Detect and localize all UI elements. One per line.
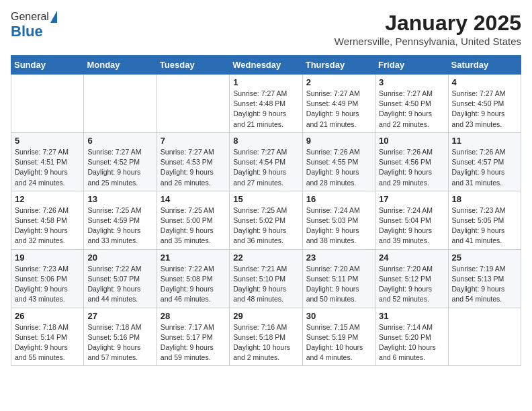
day-info: Sunrise: 7:16 AM Sunset: 5:18 PM Dayligh… bbox=[233, 322, 298, 363]
calendar-day-cell bbox=[84, 75, 157, 133]
day-number: 22 bbox=[233, 253, 298, 263]
day-number: 25 bbox=[452, 253, 517, 263]
day-number: 1 bbox=[233, 77, 298, 87]
day-info: Sunrise: 7:14 AM Sunset: 5:20 PM Dayligh… bbox=[379, 322, 444, 363]
calendar-day-cell: 5Sunrise: 7:27 AM Sunset: 4:51 PM Daylig… bbox=[11, 132, 84, 191]
day-info: Sunrise: 7:22 AM Sunset: 5:08 PM Dayligh… bbox=[161, 264, 226, 305]
day-number: 9 bbox=[306, 136, 371, 146]
day-info: Sunrise: 7:27 AM Sunset: 4:51 PM Dayligh… bbox=[15, 147, 80, 188]
logo-triangle-icon bbox=[50, 11, 57, 23]
day-number: 24 bbox=[379, 253, 444, 263]
calendar-day-cell: 21Sunrise: 7:22 AM Sunset: 5:08 PM Dayli… bbox=[157, 249, 229, 308]
day-info: Sunrise: 7:20 AM Sunset: 5:12 PM Dayligh… bbox=[379, 264, 444, 305]
calendar-day-cell: 24Sunrise: 7:20 AM Sunset: 5:12 PM Dayli… bbox=[375, 249, 448, 308]
logo: General Blue bbox=[11, 11, 57, 40]
day-info: Sunrise: 7:27 AM Sunset: 4:54 PM Dayligh… bbox=[233, 147, 298, 188]
title-block: January 2025 Wernersville, Pennsylvania,… bbox=[335, 11, 521, 47]
day-number: 20 bbox=[87, 253, 152, 263]
day-info: Sunrise: 7:27 AM Sunset: 4:49 PM Dayligh… bbox=[306, 89, 371, 130]
calendar-day-cell: 3Sunrise: 7:27 AM Sunset: 4:50 PM Daylig… bbox=[375, 75, 448, 133]
day-number: 21 bbox=[161, 253, 226, 263]
day-number: 7 bbox=[161, 136, 226, 146]
day-info: Sunrise: 7:20 AM Sunset: 5:11 PM Dayligh… bbox=[306, 264, 371, 305]
calendar-week-row: 26Sunrise: 7:18 AM Sunset: 5:14 PM Dayli… bbox=[11, 308, 521, 366]
calendar-day-cell: 9Sunrise: 7:26 AM Sunset: 4:55 PM Daylig… bbox=[302, 132, 375, 191]
day-number: 2 bbox=[306, 77, 371, 87]
day-info: Sunrise: 7:15 AM Sunset: 5:19 PM Dayligh… bbox=[306, 322, 371, 363]
calendar-day-cell: 11Sunrise: 7:26 AM Sunset: 4:57 PM Dayli… bbox=[448, 132, 521, 191]
calendar-day-cell: 14Sunrise: 7:25 AM Sunset: 5:00 PM Dayli… bbox=[157, 191, 229, 249]
day-number: 8 bbox=[233, 136, 298, 146]
day-number: 13 bbox=[87, 194, 152, 204]
calendar-week-row: 19Sunrise: 7:23 AM Sunset: 5:06 PM Dayli… bbox=[11, 249, 521, 308]
weekday-header-cell: Wednesday bbox=[230, 56, 302, 75]
calendar-day-cell bbox=[11, 75, 84, 133]
day-number: 14 bbox=[161, 194, 226, 204]
day-info: Sunrise: 7:22 AM Sunset: 5:07 PM Dayligh… bbox=[87, 264, 152, 305]
weekday-header-cell: Saturday bbox=[448, 56, 521, 75]
calendar-day-cell: 26Sunrise: 7:18 AM Sunset: 5:14 PM Dayli… bbox=[11, 308, 84, 366]
logo-blue-text: Blue bbox=[11, 23, 43, 40]
day-info: Sunrise: 7:19 AM Sunset: 5:13 PM Dayligh… bbox=[452, 264, 517, 305]
logo-general-text: General bbox=[11, 11, 49, 23]
calendar-day-cell: 20Sunrise: 7:22 AM Sunset: 5:07 PM Dayli… bbox=[84, 249, 157, 308]
day-info: Sunrise: 7:25 AM Sunset: 5:02 PM Dayligh… bbox=[233, 205, 298, 246]
calendar-day-cell: 16Sunrise: 7:24 AM Sunset: 5:03 PM Dayli… bbox=[302, 191, 375, 249]
day-info: Sunrise: 7:23 AM Sunset: 5:05 PM Dayligh… bbox=[452, 205, 517, 246]
day-number: 23 bbox=[306, 253, 371, 263]
day-number: 5 bbox=[15, 136, 80, 146]
calendar-day-cell: 30Sunrise: 7:15 AM Sunset: 5:19 PM Dayli… bbox=[302, 308, 375, 366]
weekday-header-cell: Friday bbox=[375, 56, 448, 75]
day-info: Sunrise: 7:27 AM Sunset: 4:50 PM Dayligh… bbox=[379, 89, 444, 130]
day-number: 6 bbox=[87, 136, 152, 146]
calendar-day-cell: 2Sunrise: 7:27 AM Sunset: 4:49 PM Daylig… bbox=[302, 75, 375, 133]
day-info: Sunrise: 7:26 AM Sunset: 4:55 PM Dayligh… bbox=[306, 147, 371, 188]
calendar-day-cell: 27Sunrise: 7:18 AM Sunset: 5:16 PM Dayli… bbox=[84, 308, 157, 366]
month-title: January 2025 bbox=[335, 11, 521, 36]
day-number: 29 bbox=[233, 311, 298, 321]
day-number: 17 bbox=[379, 194, 444, 204]
calendar-day-cell: 13Sunrise: 7:25 AM Sunset: 4:59 PM Dayli… bbox=[84, 191, 157, 249]
day-info: Sunrise: 7:27 AM Sunset: 4:53 PM Dayligh… bbox=[161, 147, 226, 188]
calendar-day-cell bbox=[448, 308, 521, 366]
calendar-day-cell: 29Sunrise: 7:16 AM Sunset: 5:18 PM Dayli… bbox=[230, 308, 302, 366]
calendar-day-cell: 10Sunrise: 7:26 AM Sunset: 4:56 PM Dayli… bbox=[375, 132, 448, 191]
calendar-day-cell: 28Sunrise: 7:17 AM Sunset: 5:17 PM Dayli… bbox=[157, 308, 229, 366]
day-info: Sunrise: 7:17 AM Sunset: 5:17 PM Dayligh… bbox=[161, 322, 226, 363]
calendar-day-cell: 22Sunrise: 7:21 AM Sunset: 5:10 PM Dayli… bbox=[230, 249, 302, 308]
day-info: Sunrise: 7:25 AM Sunset: 4:59 PM Dayligh… bbox=[87, 205, 152, 246]
day-number: 16 bbox=[306, 194, 371, 204]
calendar-day-cell: 8Sunrise: 7:27 AM Sunset: 4:54 PM Daylig… bbox=[230, 132, 302, 191]
day-info: Sunrise: 7:18 AM Sunset: 5:16 PM Dayligh… bbox=[87, 322, 152, 363]
calendar-day-cell: 15Sunrise: 7:25 AM Sunset: 5:02 PM Dayli… bbox=[230, 191, 302, 249]
day-number: 31 bbox=[379, 311, 444, 321]
calendar-day-cell: 17Sunrise: 7:24 AM Sunset: 5:04 PM Dayli… bbox=[375, 191, 448, 249]
calendar-week-row: 5Sunrise: 7:27 AM Sunset: 4:51 PM Daylig… bbox=[11, 132, 521, 191]
day-number: 11 bbox=[452, 136, 517, 146]
weekday-header-cell: Sunday bbox=[11, 56, 84, 75]
day-number: 19 bbox=[15, 253, 80, 263]
weekday-header-row: SundayMondayTuesdayWednesdayThursdayFrid… bbox=[11, 56, 521, 75]
day-info: Sunrise: 7:27 AM Sunset: 4:48 PM Dayligh… bbox=[233, 89, 298, 130]
weekday-header-cell: Tuesday bbox=[157, 56, 229, 75]
calendar-day-cell: 19Sunrise: 7:23 AM Sunset: 5:06 PM Dayli… bbox=[11, 249, 84, 308]
weekday-header-cell: Thursday bbox=[302, 56, 375, 75]
calendar-day-cell: 12Sunrise: 7:26 AM Sunset: 4:58 PM Dayli… bbox=[11, 191, 84, 249]
calendar-table: SundayMondayTuesdayWednesdayThursdayFrid… bbox=[11, 55, 521, 366]
calendar-day-cell: 6Sunrise: 7:27 AM Sunset: 4:52 PM Daylig… bbox=[84, 132, 157, 191]
day-number: 26 bbox=[15, 311, 80, 321]
calendar-week-row: 12Sunrise: 7:26 AM Sunset: 4:58 PM Dayli… bbox=[11, 191, 521, 249]
page-header: General Blue January 2025 Wernersville, … bbox=[11, 11, 521, 47]
day-info: Sunrise: 7:18 AM Sunset: 5:14 PM Dayligh… bbox=[15, 322, 80, 363]
calendar-day-cell: 23Sunrise: 7:20 AM Sunset: 5:11 PM Dayli… bbox=[302, 249, 375, 308]
day-number: 15 bbox=[233, 194, 298, 204]
location-text: Wernersville, Pennsylvania, United State… bbox=[335, 36, 521, 47]
calendar-day-cell: 4Sunrise: 7:27 AM Sunset: 4:50 PM Daylig… bbox=[448, 75, 521, 133]
day-number: 4 bbox=[452, 77, 517, 87]
day-info: Sunrise: 7:26 AM Sunset: 4:56 PM Dayligh… bbox=[379, 147, 444, 188]
calendar-day-cell: 18Sunrise: 7:23 AM Sunset: 5:05 PM Dayli… bbox=[448, 191, 521, 249]
calendar-week-row: 1Sunrise: 7:27 AM Sunset: 4:48 PM Daylig… bbox=[11, 75, 521, 133]
day-info: Sunrise: 7:26 AM Sunset: 4:58 PM Dayligh… bbox=[15, 205, 80, 246]
calendar-day-cell bbox=[157, 75, 229, 133]
day-info: Sunrise: 7:27 AM Sunset: 4:52 PM Dayligh… bbox=[87, 147, 152, 188]
